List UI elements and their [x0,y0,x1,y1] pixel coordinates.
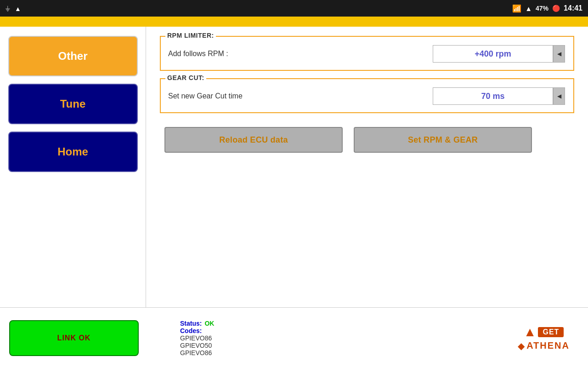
rpm-limiter-legend: RPM LIMITER: [165,32,216,39]
gear-cut-dropdown-arrow[interactable]: ◀ [553,87,565,105]
rpm-value-input[interactable] [433,45,553,63]
status-label: Status: [180,320,202,327]
gear-cut-group: GEAR CUT: Set new Gear Cut time ◀ [160,78,574,113]
add-follows-rpm-label: Add follows RPM : [168,50,228,58]
gear-cut-input-wrapper: ◀ [433,87,566,105]
status-bar-left [6,4,21,12]
rpm-limiter-group: RPM LIMITER: Add follows RPM : ◀ [160,36,574,71]
wifi-signal-icon [15,5,21,12]
status-line: Status: OK [180,320,504,327]
other-button-label: Other [58,50,87,63]
code-2: GPIEVO50 [180,342,504,349]
gear-cut-value-input[interactable] [433,87,553,105]
rpm-input-wrapper: ◀ [433,45,566,63]
code-1: GPIEVO86 [180,334,504,342]
codes-label: Codes: [180,327,202,334]
clock: 14:41 [564,4,582,12]
link-ok-button[interactable]: LINK OK [9,320,139,356]
usb-icon [6,4,10,12]
content-area: RPM LIMITER: Add follows RPM : ◀ GEAR CU… [146,27,588,307]
battery-percent: 47% [536,5,548,12]
athena-logo: ▲ GET ◆ ATHENA [518,325,570,351]
codes-line: Codes: [180,327,504,334]
home-button-label: Home [57,145,88,158]
link-ok-label: LINK OK [57,334,91,342]
set-rpm-gear-label: Set RPM & GEAR [408,135,478,144]
action-buttons: Reload ECU data Set RPM & GEAR [160,127,574,153]
gear-cut-legend: GEAR CUT: [165,74,206,81]
reload-ecu-button[interactable]: Reload ECU data [164,127,343,153]
code-3: GPIEVO86 [180,349,504,356]
status-info: Status: OK Codes: GPIEVO86 GPIEVO50 GPIE… [153,320,504,356]
footer: LINK OK Status: OK Codes: GPIEVO86 GPIEV… [0,307,588,368]
status-bar: 📶 ▲ 47% 🔴 14:41 [0,0,588,17]
main-layout: Other Tune Home RPM LIMITER: Add follows… [0,27,588,307]
athena-text: ATHENA [526,340,570,351]
status-value: OK [204,320,214,327]
other-button[interactable]: Other [8,36,138,76]
get-badge: GET [538,327,564,337]
home-button[interactable]: Home [8,132,138,172]
sidebar: Other Tune Home [0,27,146,307]
tune-button[interactable]: Tune [8,84,138,124]
bluetooth-icon: 📶 [512,4,521,13]
gear-cut-field-row: Set new Gear Cut time ◀ [168,84,566,106]
wifi-icon: ▲ [525,5,532,12]
status-bar-right: 📶 ▲ 47% 🔴 14:41 [512,4,582,13]
gear-cut-label: Set new Gear Cut time [168,92,243,100]
rpm-dropdown-arrow[interactable]: ◀ [553,45,565,63]
tune-button-label: Tune [60,98,86,110]
set-rpm-gear-button[interactable]: Set RPM & GEAR [354,127,532,153]
reload-ecu-label: Reload ECU data [219,135,288,144]
yellow-strip [0,17,588,27]
rpm-field-row: Add follows RPM : ◀ [168,41,566,63]
battery-icon: 🔴 [552,5,560,12]
